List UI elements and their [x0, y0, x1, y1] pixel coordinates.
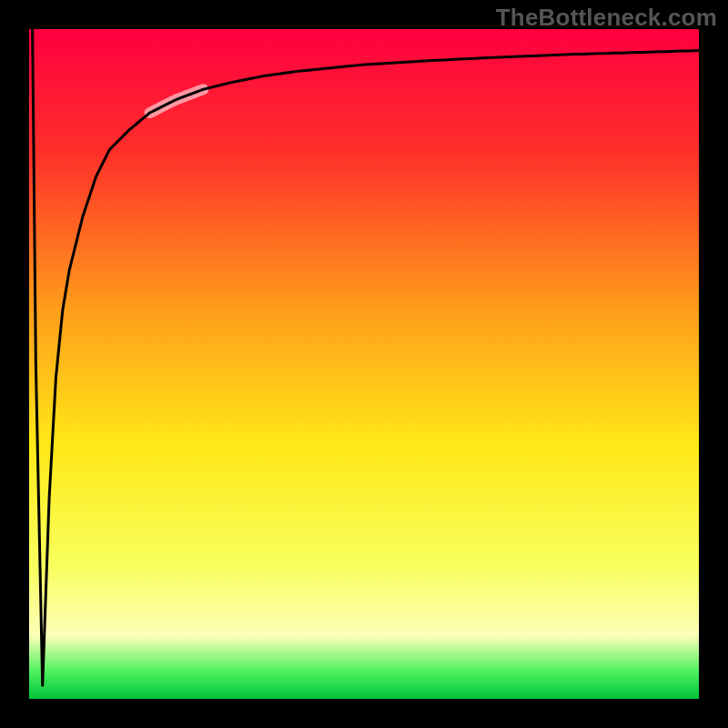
- bottleneck-curve-chart: [0, 0, 728, 728]
- chart-frame: TheBottleneck.com: [0, 0, 728, 728]
